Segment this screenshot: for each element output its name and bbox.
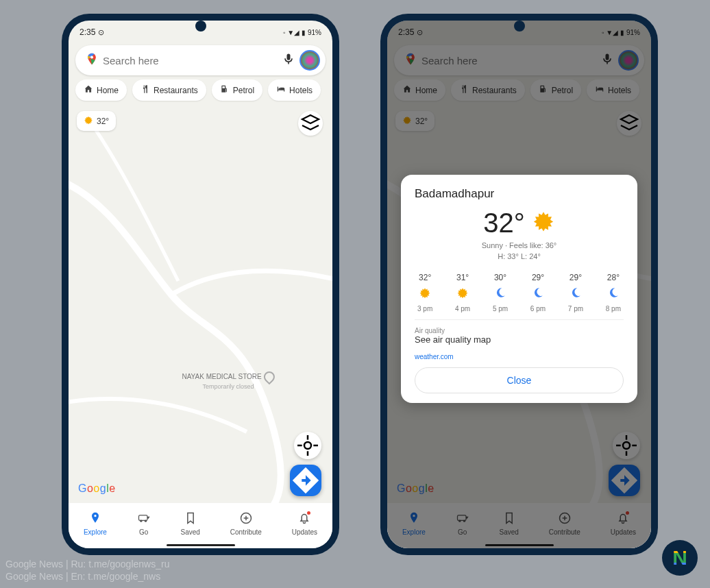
notification-dot [307, 511, 310, 515]
map-area[interactable]: 32° NAYAK MEDICAL STORE Temporarily clos… [69, 104, 332, 548]
layers-button[interactable] [298, 111, 323, 136]
moon-icon [570, 286, 582, 301]
weather-location: Badamadhapur [415, 187, 624, 201]
weather-chip[interactable]: 32° [77, 111, 116, 131]
nav-updates[interactable]: Updates [292, 511, 317, 536]
phone-left: 2:35 ⊙ ◦ ▼◢ ▮91% Home Restaurants Petrol… [62, 14, 339, 555]
weather-summary: Sunny · Feels like: 36° [415, 241, 624, 249]
sun-icon [419, 286, 431, 301]
sun-icon [456, 286, 469, 301]
nav-saved[interactable]: Saved [181, 511, 200, 536]
saved-icon [184, 511, 197, 526]
sun-icon [84, 115, 93, 127]
sun-icon [532, 208, 555, 238]
contribute-icon [239, 511, 253, 526]
nav-explore[interactable]: Explore [84, 511, 107, 536]
hour-slot: 28° 8 pm [606, 273, 621, 313]
hour-slot: 32° 3 pm [417, 273, 432, 313]
directions-button[interactable] [290, 465, 321, 496]
image-credits: Google News | Ru: t.me/googlenws_ru Goog… [5, 558, 169, 583]
nav-contribute[interactable]: Contribute [230, 511, 262, 536]
air-quality-row[interactable]: Air quality See air quality map [415, 319, 624, 349]
close-button[interactable]: Close [415, 367, 624, 393]
hour-slot: 30° 5 pm [493, 273, 508, 313]
moon-icon [607, 286, 620, 301]
explore-icon [88, 511, 102, 526]
camera-cutout [514, 21, 525, 32]
go-icon [137, 511, 151, 526]
nav-go[interactable]: Go [137, 511, 151, 536]
poi-pin-icon [261, 369, 277, 385]
my-location-button[interactable] [294, 432, 321, 459]
moon-icon [532, 286, 544, 301]
source-badge: N [662, 540, 698, 576]
hourly-forecast: 32° 3 pm 31° 4 pm 30° 5 pm 29° 6 pm 29° … [417, 273, 621, 313]
camera-cutout [195, 21, 206, 32]
bottom-nav: Explore Go Saved Contribute Updates [69, 503, 332, 548]
poi-label[interactable]: NAYAK MEDICAL STORE Temporarily closed [182, 371, 274, 391]
gesture-bar [167, 544, 235, 546]
google-logo: Google [78, 482, 116, 495]
phone-right: 2:35 ⊙ ◦ ▼◢ ▮91% Home Restaurants Petrol… [380, 14, 658, 555]
hour-slot: 31° 4 pm [455, 273, 470, 313]
weather-source-link[interactable]: weather.com [415, 353, 624, 360]
hour-slot: 29° 6 pm [530, 273, 546, 313]
weather-card: Badamadhapur 32° Sunny · Feels like: 36°… [401, 175, 637, 403]
weather-hilo: H: 33° L: 24° [415, 252, 624, 260]
current-temp: 32° [415, 208, 624, 238]
hour-slot: 29° 7 pm [568, 273, 583, 313]
moon-icon [494, 286, 506, 301]
